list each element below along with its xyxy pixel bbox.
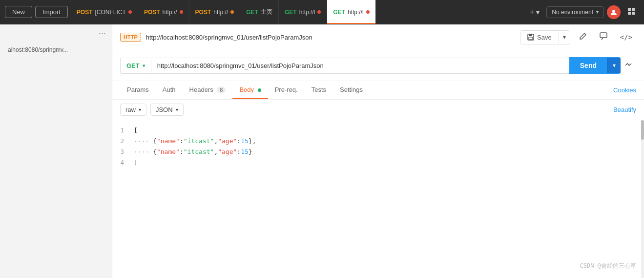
tab-method: GET	[333, 9, 345, 16]
svg-rect-7	[529, 37, 533, 40]
code-line-1: 1 [	[112, 125, 644, 136]
tab-status-dot	[180, 10, 183, 14]
send-dropdown-button[interactable]: ▾	[607, 58, 621, 73]
raw-dropdown[interactable]: raw ▾	[120, 104, 146, 116]
sidebar-item[interactable]: alhost:8080/springmv...	[0, 43, 112, 57]
tab-status-dot	[230, 10, 234, 14]
scroll-thumb[interactable]	[641, 120, 644, 140]
tab-method: GET	[285, 9, 297, 16]
scrollbar[interactable]	[641, 120, 644, 278]
watermark: CSDN @曾经的三心草	[580, 262, 636, 270]
send-button[interactable]: Send	[569, 57, 607, 74]
tab-conflict[interactable]: POST [CONFLICT	[71, 0, 138, 24]
tab-post1[interactable]: POST http://	[138, 0, 189, 24]
body-active-dot	[258, 88, 261, 92]
request-tabs: Params Auth Headers 8 Body Pre-req. Test…	[112, 81, 644, 100]
sidebar-menu-button[interactable]: ···	[0, 24, 112, 43]
tab-get2[interactable]: GET http://l	[279, 0, 327, 24]
top-bar: New Import POST [CONFLICT POST http:// P…	[0, 0, 644, 24]
tab-status-dot	[128, 10, 132, 14]
import-button[interactable]: Import	[35, 6, 68, 18]
request-content: HTTP http://localhost:8080/springmvc_01/…	[112, 24, 644, 278]
method-selector[interactable]: GET ▾	[120, 58, 151, 74]
tab-method: GET	[246, 9, 258, 16]
method-label: GET	[126, 62, 140, 69]
cookies-link[interactable]: Cookies	[613, 86, 636, 94]
line-content-4: ]	[132, 157, 644, 168]
tab-pre-req[interactable]: Pre-req.	[268, 81, 305, 99]
tab-params[interactable]: Params	[120, 81, 156, 99]
tab-tests[interactable]: Tests	[305, 81, 333, 99]
tab-get3-active[interactable]: GET http://l	[327, 0, 375, 24]
code-line-3: 3 ···· {"name":"itcast","age":15}	[112, 147, 644, 157]
tabs-overflow-button[interactable]: ▾	[536, 9, 540, 16]
save-dropdown-button[interactable]: ▾	[559, 31, 570, 43]
line-number-2: 2	[112, 136, 132, 147]
svg-rect-2	[632, 8, 635, 11]
expand-icon-button[interactable]	[621, 58, 636, 73]
code-line-4: 4 ]	[112, 157, 644, 168]
svg-rect-6	[529, 34, 532, 36]
headers-count-badge: 8	[217, 86, 226, 93]
user-avatar[interactable]	[607, 5, 621, 19]
raw-label: raw	[125, 106, 136, 113]
new-button[interactable]: New	[5, 6, 32, 18]
save-label: Save	[537, 34, 552, 41]
json-label: JSON	[156, 106, 173, 113]
line-number-3: 3	[112, 147, 132, 157]
svg-rect-1	[628, 8, 631, 11]
grid-icon-button[interactable]	[623, 4, 639, 20]
save-button-group[interactable]: Save ▾	[520, 30, 570, 44]
tab-get-home[interactable]: GET 主页	[240, 0, 279, 24]
line-number-4: 4	[112, 157, 132, 168]
raw-chevron-icon: ▾	[139, 107, 141, 112]
json-dropdown[interactable]: JSON ▾	[150, 104, 184, 116]
tab-status-dot	[366, 10, 370, 14]
tab-status-dot	[317, 10, 321, 14]
json-chevron-icon: ▾	[176, 107, 178, 112]
tab-body[interactable]: Body	[232, 81, 268, 99]
svg-rect-3	[628, 12, 631, 15]
tab-url: http://l	[348, 9, 364, 16]
tab-method: POST	[195, 9, 211, 16]
tab-post2[interactable]: POST http://	[189, 0, 241, 24]
tab-actions: + ▾	[526, 8, 543, 16]
code-editor[interactable]: 1 [ 2 ···· {"name":"itcast","age":15}, 3…	[112, 120, 644, 278]
url-input[interactable]	[151, 58, 569, 74]
line-content-2: ···· {"name":"itcast","age":15},	[132, 136, 644, 147]
tab-method: POST	[77, 9, 93, 16]
tab-url: 主页	[261, 8, 272, 16]
http-method-badge: HTTP	[120, 33, 141, 42]
send-button-group[interactable]: Send ▾	[569, 57, 621, 74]
url-bar: GET ▾ Send ▾	[112, 50, 644, 81]
env-label: No environment	[552, 9, 593, 16]
comment-icon-button[interactable]	[596, 29, 611, 45]
sidebar: ··· alhost:8080/springmv...	[0, 24, 112, 278]
request-url-display: http://localhost:8080/springmvc_01/user/…	[146, 34, 515, 41]
line-content-1: [	[132, 125, 644, 136]
body-options-bar: raw ▾ JSON ▾ Beautify	[112, 100, 644, 120]
tab-url: http://	[163, 9, 177, 16]
tab-url: http://l	[299, 9, 315, 16]
tab-headers[interactable]: Headers 8	[183, 81, 233, 99]
save-button[interactable]: Save	[520, 31, 559, 44]
edit-icon-button[interactable]	[575, 29, 591, 45]
beautify-button[interactable]: Beautify	[613, 106, 636, 113]
tab-settings[interactable]: Settings	[333, 81, 370, 99]
env-chevron-icon: ▾	[596, 9, 599, 15]
tab-method: POST	[144, 9, 160, 16]
environment-selector[interactable]: No environment ▾	[546, 6, 604, 18]
svg-rect-8	[600, 33, 607, 38]
tab-bar: POST [CONFLICT POST http:// POST http://…	[71, 0, 523, 24]
code-line-2: 2 ···· {"name":"itcast","age":15},	[112, 136, 644, 147]
line-content-3: ···· {"name":"itcast","age":15}	[132, 147, 644, 157]
more-options-icon: ···	[99, 28, 106, 39]
tab-url: [CONFLICT	[95, 9, 126, 16]
svg-rect-4	[632, 12, 635, 15]
add-tab-button[interactable]: +	[530, 8, 534, 16]
tab-url: http://	[213, 9, 228, 16]
request-header-bar: HTTP http://localhost:8080/springmvc_01/…	[112, 24, 644, 50]
line-number-1: 1	[112, 125, 132, 136]
code-icon-button[interactable]: </>	[616, 30, 636, 44]
tab-auth[interactable]: Auth	[156, 81, 183, 99]
